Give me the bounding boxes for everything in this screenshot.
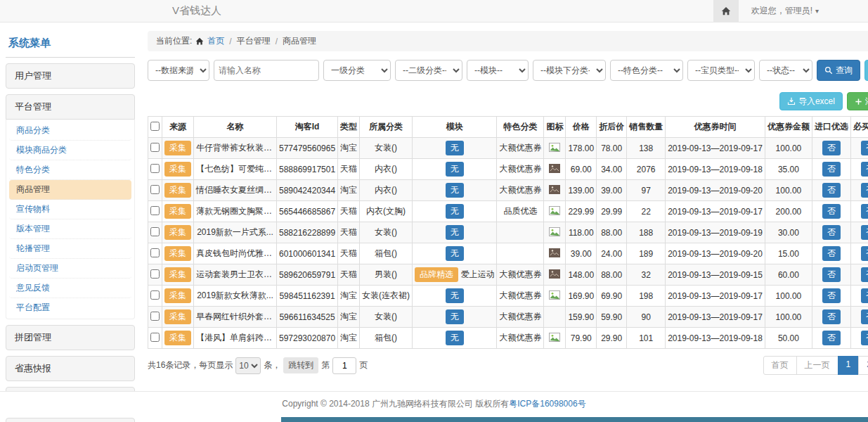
sales-count: 22 — [627, 201, 666, 222]
table-row: 采集情侣睡衣女夏丝绸男士...589042420344淘宝内衣()无大额优惠券1… — [148, 180, 868, 201]
module-badge[interactable]: 无 — [446, 246, 464, 261]
import-flag-button[interactable]: 否 — [822, 246, 841, 261]
sidebar-item-宣传物料[interactable]: 宣传物料 — [9, 200, 131, 219]
breadcrumb-home-link[interactable]: 首页 — [207, 35, 224, 47]
source-cell: 采集 — [162, 180, 194, 201]
taoke-id: 577479560965 — [277, 138, 338, 159]
row-checkbox[interactable] — [150, 185, 160, 194]
page-size-select[interactable]: 10 — [235, 357, 261, 374]
image-placeholder-icon — [549, 206, 560, 215]
coupon-time: 2019-09-13—2019-09-18 — [666, 159, 765, 180]
module-cell: 品牌精选 爱上运动 — [413, 264, 497, 286]
must-buy-flag-button[interactable]: 否 — [861, 204, 868, 219]
row-checkbox[interactable] — [150, 312, 160, 321]
module-badge[interactable]: 无 — [446, 309, 464, 324]
reset-button[interactable]: 重置 — [864, 60, 868, 81]
filter-status-select[interactable]: --状态-- — [759, 60, 812, 81]
icon-cell — [544, 138, 566, 159]
module-badge[interactable]: 无 — [446, 162, 464, 177]
module-badge[interactable]: 无 — [446, 331, 464, 345]
import-flag-button[interactable]: 否 — [822, 288, 841, 303]
row-checkbox[interactable] — [150, 206, 160, 215]
sidebar-item-版本管理[interactable]: 版本管理 — [9, 219, 131, 239]
filter-level2-category-select[interactable]: --二级分类-- — [395, 60, 462, 81]
page-button-首页[interactable]: 首页 — [763, 356, 797, 375]
must-buy-flag-button[interactable]: 否 — [861, 162, 868, 177]
filter-feature-category-select[interactable]: --特色分类-- — [610, 60, 683, 81]
must-buy-flag-button[interactable]: 否 — [861, 141, 868, 155]
module-badge[interactable]: 无 — [446, 225, 464, 240]
sidebar-item-商品管理[interactable]: 商品管理 — [9, 180, 131, 200]
page-button-2[interactable]: 2 — [858, 356, 868, 375]
import-flag-button[interactable]: 否 — [822, 267, 841, 282]
sidebar-item-意见反馈[interactable]: 意见反馈 — [9, 279, 131, 298]
import-flag-button[interactable]: 否 — [822, 204, 841, 219]
select-all-checkbox[interactable] — [150, 122, 160, 131]
coupon-time: 2019-09-13—2019-09-17 — [666, 307, 765, 328]
coupon-time: 2019-09-13—2019-09-17 — [666, 201, 765, 222]
must-buy-flag-button[interactable]: 否 — [861, 183, 868, 198]
feature-category: 大额优惠券 — [497, 307, 544, 328]
module-badge[interactable]: 无 — [446, 204, 464, 219]
import-flag-button[interactable]: 否 — [822, 331, 841, 345]
row-checkbox[interactable] — [150, 164, 160, 173]
jump-page-input[interactable] — [332, 357, 356, 374]
taoke-id: 596611634525 — [277, 307, 338, 328]
import-flag-button[interactable]: 否 — [822, 309, 841, 324]
filter-item-type-select[interactable]: --宝贝类型-- — [687, 60, 755, 81]
filter-level1-category-select[interactable]: 一级分类 — [323, 60, 391, 81]
sidebar-group-1[interactable]: 用户管理 — [6, 63, 135, 89]
sidebar-group-4[interactable]: 省惠快报 — [6, 356, 135, 381]
row-checkbox[interactable] — [150, 143, 160, 152]
must-buy-flag-button[interactable]: 否 — [861, 288, 868, 303]
filter-module-subcategory-select[interactable]: --模块下分类-- — [533, 60, 606, 81]
sidebar-item-特色分类[interactable]: 特色分类 — [9, 160, 131, 180]
must-buy-cell: 否 — [850, 222, 868, 243]
page-button-1[interactable]: 1 — [838, 356, 860, 375]
sidebar-item-轮播管理[interactable]: 轮播管理 — [9, 239, 131, 259]
filter-source-select[interactable]: --数据来源-- — [148, 60, 209, 81]
sidebar-item-平台配置[interactable]: 平台配置 — [9, 298, 131, 317]
filter-module-select[interactable]: --模块-- — [467, 60, 529, 81]
import-flag-button[interactable]: 否 — [822, 225, 841, 240]
module-badge[interactable]: 无 — [446, 288, 464, 303]
import-flag-button[interactable]: 否 — [822, 183, 841, 198]
product-category: 女装() — [360, 222, 413, 243]
source-badge: 采集 — [164, 204, 191, 219]
must-buy-flag-button[interactable]: 否 — [861, 225, 868, 240]
price: 178.00 — [566, 138, 597, 159]
import-flag-button[interactable]: 否 — [822, 162, 841, 177]
filter-name-input[interactable] — [214, 60, 319, 81]
taoke-id: 589042420344 — [277, 180, 338, 201]
sidebar-group-6[interactable]: 订单管理 — [6, 418, 135, 422]
page-button-上一页[interactable]: 上一页 — [796, 356, 838, 375]
must-buy-flag-button[interactable]: 否 — [861, 246, 868, 261]
module-badge[interactable]: 品牌精选 — [415, 267, 458, 282]
row-checkbox[interactable] — [150, 227, 160, 236]
product-name: 【七色纺】可爱纯棉家... — [194, 159, 277, 180]
module-badge[interactable]: 无 — [446, 141, 464, 155]
must-buy-flag-button[interactable]: 否 — [861, 267, 868, 282]
row-checkbox[interactable] — [150, 290, 160, 300]
jump-button[interactable]: 跳转到 — [283, 357, 318, 373]
home-button[interactable] — [713, 0, 739, 23]
must-buy-flag-button[interactable]: 否 — [861, 331, 868, 345]
search-button[interactable]: 查询 — [817, 60, 860, 81]
import-flag-button[interactable]: 否 — [822, 141, 841, 155]
user-menu[interactable]: 欢迎您，管理员! ▾ — [739, 5, 868, 17]
icp-link[interactable]: 粤ICP备16098006号 — [509, 399, 585, 409]
row-checkbox[interactable] — [150, 248, 160, 257]
sidebar-item-商品分类[interactable]: 商品分类 — [9, 121, 131, 141]
sidebar-group-3[interactable]: 拼团管理 — [6, 325, 135, 350]
jump-suf-text: 页 — [359, 359, 368, 371]
row-checkbox[interactable] — [150, 269, 160, 279]
sidebar-group-2[interactable]: 平台管理 — [6, 94, 135, 120]
add-button[interactable]: 添加 — [847, 92, 868, 110]
row-checkbox[interactable] — [150, 333, 160, 342]
import-excel-button[interactable]: 导入excel — [779, 92, 843, 110]
sidebar-item-模块商品分类[interactable]: 模块商品分类 — [9, 141, 131, 160]
must-buy-flag-button[interactable]: 否 — [861, 309, 868, 324]
module-badge[interactable]: 无 — [446, 183, 464, 198]
sidebar-item-启动页管理[interactable]: 启动页管理 — [9, 259, 131, 279]
breadcrumb-item-platform: 平台管理 — [237, 35, 271, 47]
